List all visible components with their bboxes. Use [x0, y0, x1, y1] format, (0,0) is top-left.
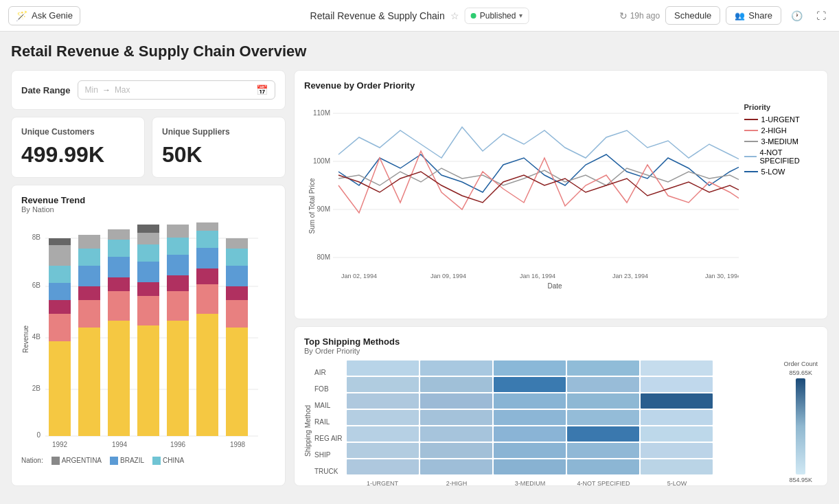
legend-low: 5-LOW [744, 168, 818, 176]
revenue-trend-chart: 8B 6B 4B 2B 0 Revenue [21, 219, 272, 453]
svg-rect-42 [167, 225, 189, 238]
urgent-label: 1-URGENT [761, 115, 800, 124]
svg-rect-26 [108, 277, 130, 291]
svg-text:Jan 30, 1994: Jan 30, 1994 [705, 273, 739, 279]
date-range-label: Date Range [21, 85, 71, 95]
line-chart-title: Revenue by Order Priority [304, 80, 818, 91]
legend-not-specified: 4-NOT SPECIFIED [744, 148, 818, 165]
chevron-down-icon: ▾ [519, 12, 522, 19]
svg-rect-37 [167, 321, 189, 436]
share-button[interactable]: 👥 Share [726, 6, 781, 25]
svg-rect-11 [49, 341, 71, 436]
svg-rect-22 [78, 249, 100, 266]
svg-rect-35 [137, 233, 159, 244]
svg-rect-15 [49, 266, 71, 283]
svg-rect-18 [78, 328, 100, 436]
line-chart-svg: Sum of Total Price 110M 100M 90M 80M Jan… [304, 96, 739, 309]
customers-label: Unique Customers [21, 127, 135, 137]
svg-rect-81 [420, 377, 492, 392]
svg-rect-54 [226, 238, 248, 249]
legend-items: 1-URGENT 2-HIGH 3-MEDIUM [744, 115, 818, 176]
calendar-icon[interactable]: 📅 [256, 84, 268, 95]
svg-rect-94 [641, 410, 713, 425]
svg-text:1992: 1992 [52, 441, 68, 448]
svg-rect-16 [49, 245, 71, 266]
unique-suppliers-card: Unique Suppliers 50K [152, 117, 286, 178]
svg-rect-52 [226, 266, 248, 286]
date-range-input[interactable]: Min → Max 📅 [78, 80, 275, 100]
svg-text:110M: 110M [313, 109, 330, 117]
customers-value: 499.99K [21, 142, 135, 168]
svg-text:Date: Date [547, 282, 562, 290]
dashboard-title: Retail Revenue & Supply Chain [310, 10, 445, 21]
nav-center: Retail Revenue & Supply Chain ☆ Publishe… [310, 8, 529, 24]
svg-rect-76 [420, 360, 492, 376]
svg-text:Jan 23, 1994: Jan 23, 1994 [612, 273, 648, 279]
legend-brazil: BRAZIL [110, 457, 144, 465]
svg-rect-91 [420, 410, 492, 425]
svg-text:1998: 1998 [230, 441, 246, 448]
heatmap-colorscale: Order Count 859.65K 854.95K [783, 360, 818, 486]
svg-rect-75 [347, 360, 419, 376]
unique-customers-card: Unique Customers 499.99K [11, 117, 145, 178]
svg-rect-27 [108, 257, 130, 277]
svg-rect-40 [167, 255, 189, 275]
svg-text:80M: 80M [317, 253, 330, 261]
svg-rect-99 [641, 426, 713, 442]
line-chart-card: Revenue by Order Priority Sum of Total P… [294, 70, 828, 319]
svg-rect-93 [567, 410, 639, 425]
ask-genie-button[interactable]: 🪄 Ask Genie [8, 6, 80, 25]
svg-rect-31 [137, 296, 159, 325]
svg-text:Order Date: Order Date [135, 452, 169, 453]
svg-rect-100 [347, 443, 419, 458]
svg-text:2B: 2B [32, 385, 41, 392]
order-count-label: Order Count [783, 360, 818, 367]
svg-rect-98 [567, 426, 639, 442]
time-ago: ↻ 19h ago [619, 10, 660, 21]
nav-right: ↻ 19h ago Schedule 👥 Share 🕐 ⛶ [619, 6, 831, 25]
svg-rect-51 [226, 286, 248, 300]
arrow-icon: → [102, 85, 111, 95]
svg-text:Jan 16, 1994: Jan 16, 1994 [520, 273, 555, 279]
svg-rect-48 [196, 222, 218, 231]
y-ship: SHIP [314, 451, 343, 459]
urgent-line [744, 119, 758, 120]
svg-rect-85 [347, 393, 419, 409]
svg-rect-86 [420, 393, 492, 409]
svg-rect-97 [494, 426, 566, 442]
medium-label: 3-MEDIUM [761, 137, 798, 146]
svg-text:Jan 09, 1994: Jan 09, 1994 [430, 273, 466, 279]
heatmap-svg: 1-URGENT 2-HIGH 3-MEDIUM 4-NOT SPECIFIED… [347, 360, 738, 486]
fullscreen-icon-button[interactable]: ⛶ [812, 6, 831, 25]
published-badge[interactable]: Published ▾ [465, 8, 529, 24]
low-line [744, 171, 758, 172]
svg-rect-33 [137, 262, 159, 282]
svg-rect-88 [567, 393, 639, 409]
svg-rect-103 [567, 443, 639, 458]
count-max: 859.65K [789, 369, 812, 376]
high-label: 2-HIGH [761, 126, 787, 135]
left-panel: Date Range Min → Max 📅 Unique Customers … [11, 70, 286, 486]
history-icon-button[interactable]: 🕐 [787, 6, 806, 25]
published-dot [471, 13, 476, 19]
revenue-trend-subtitle: By Nation [21, 205, 275, 214]
right-panel: Revenue by Order Priority Sum of Total P… [294, 70, 828, 486]
star-icon[interactable]: ☆ [450, 10, 459, 21]
svg-rect-39 [167, 275, 189, 291]
svg-rect-17 [49, 238, 71, 245]
svg-rect-43 [196, 314, 218, 436]
svg-rect-83 [567, 377, 639, 392]
svg-rect-80 [347, 377, 419, 392]
svg-text:8B: 8B [32, 233, 41, 241]
schedule-button[interactable]: Schedule [665, 6, 720, 25]
y-air: AIR [314, 369, 343, 376]
svg-rect-105 [347, 459, 419, 474]
svg-rect-32 [137, 282, 159, 296]
page-title: Retail Revenue & Supply Chain Overview [11, 43, 828, 60]
svg-rect-45 [196, 268, 218, 284]
y-regair: REG AIR [314, 435, 343, 442]
svg-rect-90 [347, 410, 419, 425]
color-gradient [796, 378, 805, 474]
published-label: Published [480, 11, 516, 21]
date-range-card: Date Range Min → Max 📅 [11, 70, 286, 110]
